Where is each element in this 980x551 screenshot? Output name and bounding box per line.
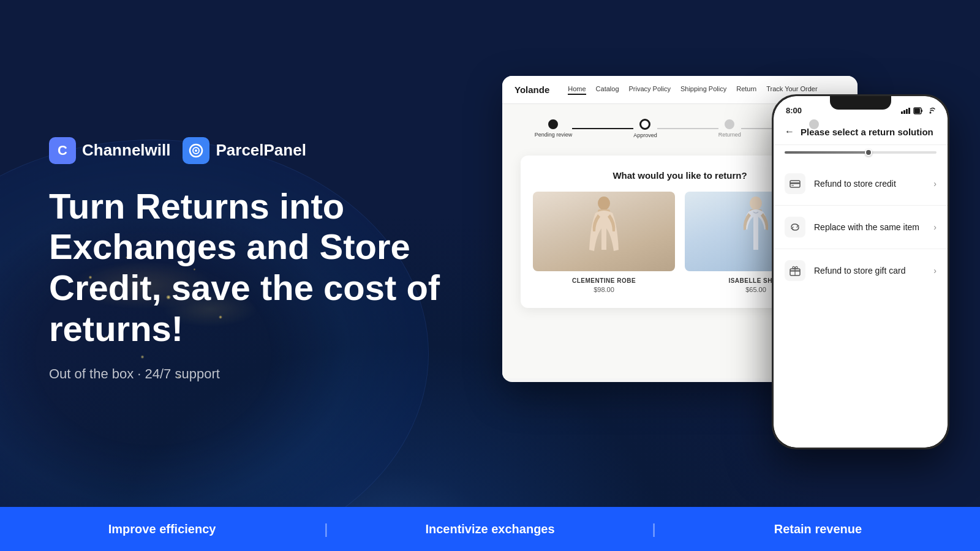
bottom-item-revenue: Retain revenue <box>656 522 980 536</box>
nav-links: Home Catalog Privacy Policy Shipping Pol… <box>568 85 817 95</box>
channelwill-logo: C Channelwill <box>49 137 170 164</box>
phone-mockup: 8:00 <box>772 94 949 449</box>
parcelpanel-text: ParcelPanel <box>216 141 306 160</box>
status-time: 8:00 <box>786 106 802 115</box>
step-circle-resolved <box>809 119 819 129</box>
store-credit-icon <box>785 173 805 194</box>
channelwill-icon: C <box>49 137 76 164</box>
main-headline: Turn Returns into Exchanges and Store Cr… <box>49 186 466 350</box>
phone-screen-title: Please select a return solution <box>801 127 933 137</box>
product-card-clementine[interactable]: CLEMENTINE ROBE $98.00 <box>533 192 675 293</box>
step-circle-pending <box>548 119 558 129</box>
svg-point-3 <box>598 197 610 210</box>
progress-thumb[interactable] <box>865 149 872 156</box>
svg-rect-7 <box>901 111 903 114</box>
nav-link-return[interactable]: Return <box>736 85 756 95</box>
product-name-clementine: CLEMENTINE ROBE <box>533 277 675 284</box>
step-returned: Returned <box>718 119 741 138</box>
svg-rect-9 <box>906 109 908 114</box>
option-store-credit[interactable]: Refund to store credit › <box>774 162 948 206</box>
nav-link-shipping[interactable]: Shipping Policy <box>680 85 726 95</box>
option-chevron-store-credit: › <box>933 179 937 189</box>
step-line-2 <box>657 128 718 129</box>
svg-point-14 <box>930 111 932 113</box>
status-icons <box>901 107 935 114</box>
product-price-clementine: $98.00 <box>533 286 675 293</box>
nav-link-catalog[interactable]: Catalog <box>596 85 619 95</box>
subtitle: Out of the box · 24/7 support <box>49 366 466 382</box>
dialog-title: What would you like to return? <box>592 170 768 181</box>
nav-link-privacy[interactable]: Privacy Policy <box>629 85 671 95</box>
step-label-approved: Approved <box>633 132 657 138</box>
phone-progress <box>774 145 948 157</box>
left-side: C Channelwill ParcelPanel <box>49 125 466 383</box>
return-options: Refund to store credit › <box>774 157 948 448</box>
back-arrow-icon[interactable]: ← <box>785 126 794 137</box>
option-chevron-replace: › <box>933 222 937 232</box>
option-gift-card[interactable]: Refund to store gift card › <box>774 249 948 292</box>
option-text-replace: Replace with the same item <box>814 222 925 232</box>
svg-rect-10 <box>908 108 910 114</box>
phone-notch <box>830 96 891 110</box>
option-chevron-gift-card: › <box>933 266 937 276</box>
svg-rect-8 <box>903 110 905 114</box>
step-approved: Approved <box>633 119 657 138</box>
svg-rect-16 <box>790 182 800 184</box>
step-circle-approved <box>639 119 650 130</box>
svg-rect-12 <box>921 110 922 112</box>
gift-card-icon <box>785 260 805 281</box>
step-pending: Pending review <box>535 119 573 138</box>
replace-icon <box>785 217 805 238</box>
logo-row: C Channelwill ParcelPanel <box>49 137 466 164</box>
option-text-gift-card: Refund to store gift card <box>814 266 925 276</box>
phone-header: ← Please select a return solution <box>774 119 948 145</box>
progress-fill <box>785 151 868 154</box>
nav-link-track[interactable]: Track Your Order <box>766 85 817 95</box>
svg-rect-13 <box>914 108 920 113</box>
nav-link-home[interactable]: Home <box>568 85 586 95</box>
step-circle-returned <box>725 119 734 129</box>
content-area: C Channelwill ParcelPanel <box>0 0 980 507</box>
parcelpanel-logo: ParcelPanel <box>183 137 306 164</box>
option-replace-same[interactable]: Replace with the same item › <box>774 206 948 249</box>
svg-rect-17 <box>791 185 794 186</box>
top-section: C Channelwill ParcelPanel <box>0 0 980 507</box>
page-wrapper: C Channelwill ParcelPanel <box>0 0 980 551</box>
svg-point-2 <box>195 149 197 152</box>
channelwill-text: Channelwill <box>82 141 170 160</box>
option-text-store-credit: Refund to store credit <box>814 179 925 189</box>
right-side: Yolande Home Catalog Privacy Policy Ship… <box>502 64 931 443</box>
bottom-item-exchanges: Incentivize exchanges <box>328 522 652 536</box>
step-label-returned: Returned <box>718 132 741 138</box>
parcelpanel-icon <box>183 137 209 164</box>
product-image-clementine <box>533 192 675 271</box>
bottom-bar: Improve efficiency | Incentivize exchang… <box>0 507 980 551</box>
bottom-item-efficiency: Improve efficiency <box>0 522 324 536</box>
phone-screen: 8:00 <box>774 96 948 448</box>
progress-track <box>785 151 937 154</box>
step-line-1 <box>572 128 633 129</box>
svg-point-5 <box>750 197 762 210</box>
store-name: Yolande <box>514 84 549 95</box>
step-label-pending: Pending review <box>535 132 573 138</box>
